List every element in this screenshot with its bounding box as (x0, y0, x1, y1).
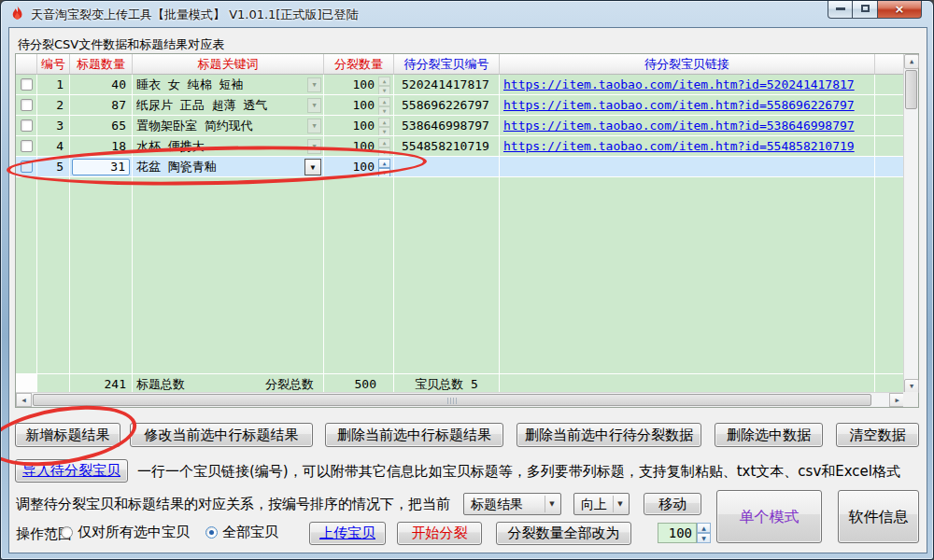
cell-item-id: 520241417817 (394, 75, 500, 95)
cell-num: 5 (37, 157, 70, 177)
radio-all-items[interactable]: 全部宝贝 (205, 524, 278, 541)
title-count-edit-field[interactable]: 31 (72, 159, 130, 175)
move-button[interactable]: 移动 (644, 493, 701, 515)
import-items-button[interactable]: 导入待分裂宝贝 (15, 459, 128, 483)
cell-split-count: 100 (353, 136, 375, 156)
split-count-stepper[interactable]: ▲▼ (378, 97, 390, 114)
header-extra-col (875, 54, 905, 75)
row-checkbox[interactable] (21, 161, 33, 173)
window-title: 天音淘宝裂变上传工具【批量模式】 V1.01.1[正式版]已登陆 (31, 7, 359, 23)
radio-selected-only[interactable]: 仅对所有选中宝贝 (61, 524, 190, 541)
scrollbar-corner (903, 392, 918, 407)
app-window: 天音淘宝裂变上传工具【批量模式】 V1.01.1[正式版]已登陆 × 待分裂CS… (0, 0, 934, 560)
split-count-global-stepper[interactable]: ▲▼ (697, 523, 711, 543)
minimize-button[interactable] (828, 1, 853, 19)
item-link[interactable]: https://item.taobao.com/item.htm?id=5548… (503, 139, 855, 153)
delete-selected-title-button[interactable]: 删除当前选中行标题结果 (325, 423, 503, 447)
header-title-count[interactable]: 标题数量 (70, 54, 133, 75)
software-info-button[interactable]: 软件信息 (838, 490, 919, 543)
start-split-button[interactable]: 开始分裂 (397, 522, 482, 545)
direction-select[interactable]: 向上 ▼ (573, 493, 630, 515)
cell-title-count: 87 (70, 95, 133, 116)
modify-selected-title-button[interactable]: 修改当前选中行标题结果 (130, 423, 313, 447)
row-checkbox[interactable] (21, 140, 33, 152)
cell-keywords: 置物架卧室 简约现代 (136, 116, 307, 135)
keyword-dropdown-icon[interactable]: ▼ (307, 98, 321, 113)
header-checkbox-col (16, 54, 37, 75)
cell-split-count: 100 (353, 75, 375, 94)
item-link[interactable]: https://item.taobao.com/item.htm?id=5586… (503, 98, 855, 112)
cell-keywords: 花盆 陶瓷青釉 (136, 157, 304, 176)
add-title-result-button[interactable]: 新增标题结果 (15, 423, 120, 447)
item-link[interactable]: https://item.taobao.com/item.htm?id=5386… (503, 119, 855, 133)
keyword-dropdown-icon[interactable]: ▼ (307, 77, 321, 92)
header-split-count[interactable]: 分裂数量 (324, 54, 394, 75)
split-total-label: 分裂总数 (265, 374, 314, 394)
radio-icon (61, 526, 73, 539)
maximize-icon (861, 5, 870, 12)
change-all-split-count-button[interactable]: 分裂数量全部改为 (496, 522, 631, 545)
split-count-stepper[interactable]: ▲▼ (378, 138, 390, 155)
row-checkbox[interactable] (21, 78, 33, 91)
table-row[interactable]: 4 18 水杯 便携大▼ 100▲▼ 554858210719 https://… (16, 136, 918, 157)
cell-title-count: 65 (70, 116, 133, 136)
keyword-dropdown-icon[interactable]: ▼ (304, 159, 321, 175)
upload-items-button[interactable]: 上传宝贝 (309, 522, 386, 545)
header-item-id[interactable]: 待分裂宝贝编号 (394, 54, 500, 75)
target-select[interactable]: 标题结果 ▼ (463, 493, 561, 515)
title-total-label: 标题总数 (136, 374, 185, 394)
table-row-selected[interactable]: 5 31 花盆 陶瓷青釉▼ 100▲▼ (16, 157, 918, 177)
clear-data-button[interactable]: 清空数据 (836, 423, 919, 447)
cell-split-count: 100 (353, 157, 375, 176)
app-flame-icon (9, 6, 25, 22)
cell-num: 4 (37, 136, 70, 157)
minimize-icon (836, 7, 845, 10)
table-caption: 待分裂CSV文件数据和标题结果对应表 (18, 36, 224, 53)
vertical-scrollbar[interactable]: ▲ ▼ (903, 54, 918, 394)
horizontal-scroll-thumb[interactable] (33, 394, 871, 406)
table-row[interactable]: 3 65 置物架卧室 简约现代▼ 100▲▼ 538646998797 http… (16, 116, 918, 136)
split-count-stepper[interactable]: ▲▼ (378, 77, 390, 93)
delete-checked-button[interactable]: 删除选中数据 (715, 423, 823, 447)
cell-split-count: 100 (353, 95, 375, 115)
adjust-hint-text: 调整待分裂宝贝和标题结果的对应关系，按编号排序的情况下，把当前 (16, 496, 450, 513)
title-total-value: 241 (70, 373, 133, 394)
cell-split-count: 100 (353, 116, 375, 135)
cell-keywords: 睡衣 女 纯棉 短袖 (136, 75, 307, 94)
table-empty-area (16, 177, 918, 373)
cell-num: 1 (37, 75, 70, 95)
scroll-left-icon[interactable]: ◀ (16, 393, 32, 407)
single-mode-button[interactable]: 单个模式 (716, 490, 822, 543)
item-link[interactable]: https://item.taobao.com/item.htm?id=5202… (503, 77, 855, 91)
vertical-scroll-thumb[interactable] (905, 70, 917, 109)
header-keywords[interactable]: 标题关键词 (133, 54, 324, 75)
chevron-down-icon: ▼ (545, 496, 559, 512)
close-button[interactable]: × (878, 1, 922, 19)
table-row[interactable]: 2 87 纸尿片 正品 超薄 透气▼ 100▲▼ 558696226797 ht… (16, 95, 918, 116)
scroll-up-icon[interactable]: ▲ (904, 54, 919, 69)
split-total-value: 500 (324, 373, 394, 394)
split-count-stepper[interactable]: ▲▼ (378, 118, 390, 134)
title-bar[interactable]: 天音淘宝裂变上传工具【批量模式】 V1.01.1[正式版]已登陆 × (1, 1, 933, 27)
cell-item-id (394, 157, 500, 177)
item-total-label: 宝贝总数 5 (394, 373, 500, 394)
header-num[interactable]: 编号 (37, 54, 70, 75)
cell-num: 3 (37, 116, 70, 136)
cell-title-count: 40 (70, 75, 133, 95)
header-link[interactable]: 待分裂宝贝链接 (500, 54, 875, 75)
row-checkbox[interactable] (21, 119, 33, 132)
horizontal-scrollbar[interactable]: ◀ ▶ (16, 392, 905, 407)
totals-row: 241 标题总数 分裂总数 500 宝贝总数 5 (16, 373, 918, 394)
table-row[interactable]: 1 40 睡衣 女 纯棉 短袖▼ 100▲▼ 520241417817 http… (16, 75, 918, 95)
delete-selected-split-button[interactable]: 删除当前选中行待分裂数据 (517, 423, 701, 447)
cell-title-count: 18 (70, 136, 133, 157)
keyword-dropdown-icon[interactable]: ▼ (307, 139, 321, 154)
keyword-dropdown-icon[interactable]: ▼ (307, 119, 321, 133)
split-count-input[interactable]: 100 (658, 523, 697, 543)
maximize-button[interactable] (853, 1, 878, 19)
split-count-stepper[interactable]: ▲▼ (378, 159, 390, 175)
table-header-row: 编号 标题数量 标题关键词 分裂数量 待分裂宝贝编号 待分裂宝贝链接 (16, 54, 918, 75)
cell-keywords: 纸尿片 正品 超薄 透气 (136, 95, 307, 115)
cell-num: 2 (37, 95, 70, 116)
row-checkbox[interactable] (21, 99, 33, 111)
